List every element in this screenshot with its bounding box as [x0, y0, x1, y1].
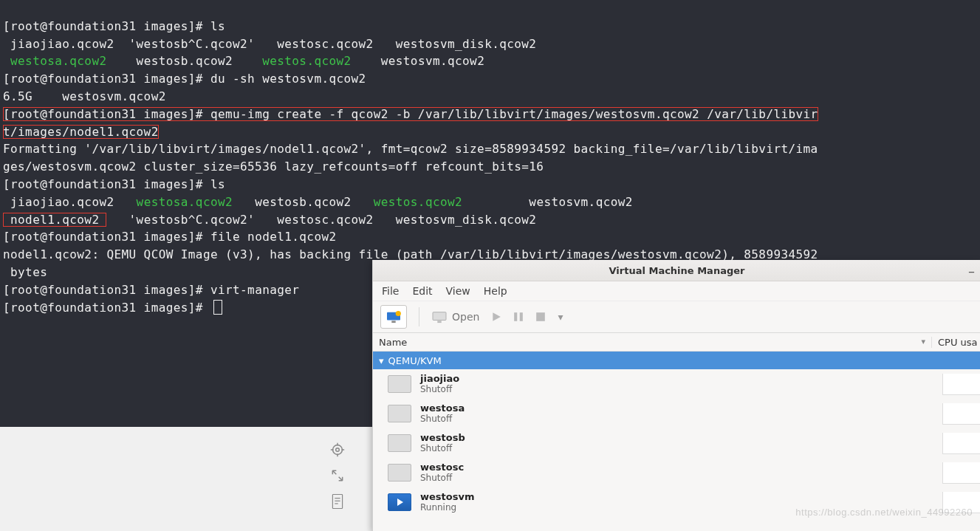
pause-button[interactable]	[513, 312, 524, 322]
vm-status: Running	[420, 503, 474, 513]
vm-row-westosb[interactable]: westosbShutoff	[373, 428, 980, 458]
menu-edit[interactable]: Edit	[412, 285, 432, 297]
dropdown-arrow-icon[interactable]: ▾	[558, 311, 563, 323]
prompt: [root@foundation31 images]#	[3, 72, 203, 86]
svg-rect-11	[391, 321, 395, 323]
file-westos-2: westos.qcow2	[374, 195, 462, 209]
cpu-sparkline	[942, 433, 980, 454]
vm-status: Shutoff	[420, 473, 464, 484]
document-icon[interactable]	[331, 493, 344, 510]
vm-shutoff-icon	[388, 375, 411, 393]
cmd-qemu-p2: t/images/nodel1.qcow2	[3, 125, 159, 139]
file-westos: westos.qcow2	[262, 54, 351, 68]
vm-name: westosvm	[420, 492, 474, 503]
cpu-sparkline	[942, 374, 980, 395]
vm-name: jiaojiao	[420, 374, 459, 385]
file-westosa: westosa.qcow2	[10, 54, 106, 68]
open-label: Open	[452, 311, 479, 323]
svg-point-1	[336, 448, 340, 452]
cmd-virt-manager: virt-manager	[210, 283, 299, 297]
vmm-column-headers: Name CPU usa	[373, 333, 980, 352]
vm-name: westosb	[420, 433, 465, 444]
vm-shutoff-icon	[388, 464, 411, 482]
svg-rect-13	[433, 312, 446, 321]
vm-name: westosa	[420, 403, 465, 414]
vm-status: Shutoff	[420, 414, 465, 425]
cmd-file: file nodel1.qcow2	[210, 230, 337, 244]
cpu-sparkline	[942, 403, 980, 425]
shutdown-button[interactable]	[535, 312, 546, 322]
vm-row-jiaojiao[interactable]: jiaojiaoShutoff	[373, 369, 980, 399]
prompt: [root@foundation31 images]#	[3, 177, 203, 191]
prompt: [root@foundation31 images]#	[3, 283, 203, 297]
menu-help[interactable]: Help	[484, 285, 507, 297]
menu-view[interactable]: View	[446, 285, 470, 297]
left-toolbar	[319, 442, 356, 524]
vmm-toolbar: Open ▾	[373, 301, 980, 333]
column-cpu[interactable]: CPU usa	[931, 337, 980, 348]
prompt: [root@foundation31 images]#	[3, 301, 203, 315]
du-output: 6.5G westosvm.qcow2	[3, 89, 166, 103]
vmm-titlebar[interactable]: Virtual Machine Manager –	[373, 260, 980, 281]
prompt: [root@foundation31 images]#	[3, 19, 203, 33]
file-output-2: bytes	[3, 265, 47, 279]
new-vm-button[interactable]	[380, 305, 407, 329]
qemu-img-command-box: [root@foundation31 images]# qemu-img cre…	[3, 107, 818, 139]
prompt: [root@foundation31 images]#	[3, 107, 203, 121]
vm-row-westosa[interactable]: westosaShutoff	[373, 399, 980, 428]
cpu-sparkline	[942, 462, 980, 484]
svg-rect-6	[332, 494, 342, 508]
ls-output-line1: jiaojiao.qcow2 'westosb^C.qcow2' westosc…	[3, 37, 536, 51]
vm-status: Shutoff	[420, 385, 459, 395]
run-button[interactable]	[491, 312, 501, 322]
chevron-down-icon: ▾	[379, 355, 384, 366]
open-button[interactable]: Open	[431, 310, 479, 323]
vm-running-icon	[388, 493, 411, 511]
vm-row-westosvm[interactable]: westosvmRunning	[373, 487, 980, 517]
svg-point-12	[396, 311, 401, 316]
svg-point-0	[333, 445, 343, 455]
cmd-du: du -sh westosvm.qcow2	[210, 72, 366, 86]
prompt: [root@foundation31 images]#	[3, 230, 203, 244]
cpu-sparkline	[942, 492, 980, 513]
svg-rect-14	[437, 321, 441, 323]
connection-row-qemu[interactable]: ▾ QEMU/KVM	[373, 352, 980, 369]
vm-shutoff-icon	[388, 434, 411, 452]
vmm-title: Virtual Machine Manager	[609, 265, 745, 276]
formatting-output-2: ges/westosvm.qcow2 cluster_size=65536 la…	[3, 160, 544, 174]
cmd-ls: ls	[210, 19, 225, 33]
vm-status: Shutoff	[420, 444, 465, 454]
expand-icon[interactable]	[330, 468, 345, 483]
menu-file[interactable]: File	[382, 285, 399, 297]
column-name[interactable]: Name	[373, 337, 931, 348]
target-icon[interactable]	[329, 442, 346, 458]
cmd-ls2: ls	[210, 177, 225, 191]
svg-rect-15	[515, 312, 518, 321]
vm-name: westosc	[420, 462, 464, 473]
svg-rect-17	[537, 312, 546, 321]
virt-manager-window[interactable]: Virtual Machine Manager – File Edit View…	[372, 260, 980, 531]
formatting-output-1: Formatting '/var/lib/libvirt/images/node…	[3, 142, 818, 156]
host-label: QEMU/KVM	[388, 355, 442, 366]
minimize-icon[interactable]: –	[968, 263, 975, 278]
vm-list: jiaojiaoShutoffwestosaShutoffwestosbShut…	[373, 369, 980, 517]
vmm-menubar: File Edit View Help	[373, 281, 980, 301]
toolbar-separator	[419, 307, 419, 326]
cursor[interactable]	[213, 300, 222, 315]
svg-rect-16	[520, 312, 523, 321]
file-westosa-2: westosa.qcow2	[137, 195, 233, 209]
vm-row-westosc[interactable]: westoscShutoff	[373, 458, 980, 487]
nodel1-file-box: nodel1.qcow2	[3, 213, 106, 227]
cmd-qemu-p1: qemu-img create -f qcow2 -b /var/lib/lib…	[210, 107, 818, 121]
vm-shutoff-icon	[388, 405, 411, 422]
